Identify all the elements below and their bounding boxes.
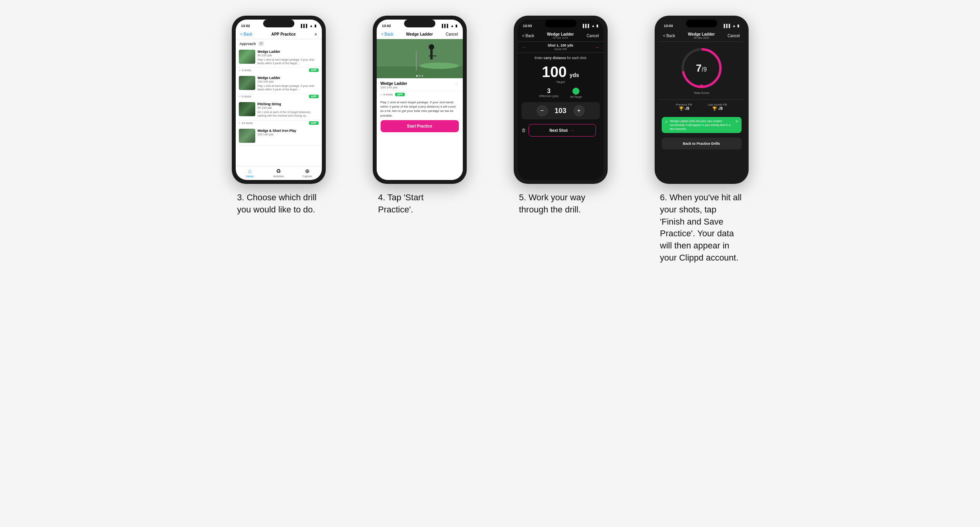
shot-stats: 3 Difference (yds) Hit Target [518, 85, 604, 101]
back-button-1[interactable]: < Back [240, 32, 253, 36]
drill-info-3: Pitching String 55-100 yds Hit 1 shot at… [258, 102, 319, 117]
shot-subtitle: Score 5/9 [548, 47, 574, 51]
toast-close-icon[interactable]: ✕ [735, 119, 738, 124]
wifi-icon-3: ▲ [592, 24, 595, 28]
drill-item-2[interactable]: Wedge Ladder 100-140 yds Play 1 shot at … [236, 74, 322, 94]
score-circle-container: 7/9 Total Score [659, 42, 745, 99]
start-practice-button[interactable]: Start Practice [381, 120, 459, 132]
phone-frame-1: 13:02 ▌▌▌ ▲ ▮ < Back APP Practice ≡ Appr… [232, 16, 326, 184]
drill-detail-header: Wedge Ladder 100-140 yds ☆ [377, 78, 463, 91]
svg-point-9 [700, 85, 703, 88]
score-main: 7/9 [696, 62, 707, 74]
home-label: Home [246, 175, 254, 178]
caption-2: 4. Tap 'Start Practice'. [377, 192, 463, 216]
drill-yds-4: 100-140 yds [258, 133, 319, 136]
activities-icon: ♻ [276, 168, 281, 174]
bottom-nav-activities[interactable]: ♻ Activities [264, 168, 293, 178]
caption-1: 3. Choose which drill you would like to … [236, 192, 322, 216]
drill-yds-1: 50-100 yds [258, 54, 319, 57]
capture-icon: ⊕ [305, 168, 310, 174]
toast-text: 'Wedge Ladder (100-140 yds)' was created… [670, 119, 733, 131]
nav-action-1[interactable]: ≡ [315, 32, 317, 36]
battery-icon-1: ▮ [314, 24, 316, 28]
bookmark-icon[interactable]: ☆ [455, 81, 459, 87]
phone-notch-2 [404, 20, 435, 27]
approach-label: Approach [240, 42, 256, 46]
nav-title-3: Wedge Ladder [547, 32, 574, 36]
drill-detail-footer: ○ 9 shots APP [377, 91, 463, 98]
phone-notch-3 [545, 20, 576, 27]
status-icons-3: ▌▌▌ ▲ ▮ [583, 24, 598, 28]
drill-info-4: Wedge & Short Iron Play 100-140 yds [258, 129, 319, 136]
nav-bar-1: < Back APP Practice ≡ [236, 31, 322, 39]
drill-item-4[interactable]: Wedge & Short Iron Play 100-140 yds [236, 126, 322, 146]
success-toast: ✓ 'Wedge Ladder (100-140 yds)' was creat… [662, 117, 742, 133]
target-display: 100 yds Target [518, 61, 604, 85]
drill-name-2: Wedge Ladder [258, 76, 319, 80]
drill-yds-2: 100-140 yds [258, 80, 319, 83]
screen3-content: ← Shot 1, 100 yds Score 5/9 → Enter carr… [518, 42, 604, 180]
drill-item-1[interactable]: Wedge Ladder 50-100 yds Play 1 shot at e… [236, 47, 322, 68]
nav-title-2: Wedge Ladder [406, 32, 433, 36]
caption-4: 6. When you've hit all your shots, tap '… [659, 192, 745, 264]
next-shot-label: Next Shot [549, 128, 568, 133]
signal-icon-3: ▌▌▌ [583, 24, 590, 28]
input-value: 103 [551, 107, 570, 115]
phone-frame-2: 13:02 ▌▌▌ ▲ ▮ < Back Wedge Ladder Cancel [373, 16, 467, 184]
bottom-nav-home[interactable]: ⌂ Home [236, 168, 264, 178]
drill-name-4: Wedge & Short Iron Play [258, 129, 319, 133]
delete-shot-icon[interactable]: 🗑 [522, 128, 526, 133]
drill-yds-3: 55-100 yds [258, 106, 319, 110]
nav-bar-2: < Back Wedge Ladder Cancel [377, 31, 463, 39]
cancel-button-2[interactable]: Cancel [446, 32, 458, 36]
drill-footer-1: ○ 9 shots APP [236, 68, 322, 74]
back-button-4[interactable]: < Back [663, 34, 675, 38]
caption-3: 5. Work your way through the drill. [518, 192, 604, 216]
drill-thumb-2 [239, 76, 255, 90]
phone-inner-4: 13:03 ▌▌▌ ▲ ▮ < Back Wedge Ladder 06 Mar… [659, 20, 745, 180]
decrement-button[interactable]: − [537, 105, 548, 116]
battery-icon-2: ▮ [455, 24, 457, 28]
nav-subtitle-4: 06 Mar 2023 [688, 36, 715, 39]
cancel-button-4[interactable]: Cancel [727, 34, 740, 38]
drill-detail-yds: 100-140 yds [381, 86, 408, 89]
back-button-3[interactable]: < Back [522, 34, 534, 38]
capture-label: Capture [302, 175, 312, 178]
drill-shots-label: ○ 9 shots [381, 93, 393, 96]
next-shot-button[interactable]: Next Shot → [529, 124, 596, 137]
success-icon: ✓ [665, 120, 668, 124]
increment-button[interactable]: + [574, 105, 585, 116]
shots-label-2: ○ 9 shots [239, 95, 251, 98]
next-shot-arrow[interactable]: → [594, 44, 600, 50]
svg-point-2 [420, 63, 459, 69]
score-text: 7/9 [696, 63, 707, 73]
shots-label-1: ○ 9 shots [239, 68, 251, 72]
target-unit: yds [570, 72, 579, 78]
wifi-icon-4: ▲ [733, 24, 736, 28]
back-to-drills-button[interactable]: Back to Practice Drills [662, 138, 742, 149]
phone-section-3: 13:03 ▌▌▌ ▲ ▮ < Back Wedge Ladder 06 Mar… [498, 16, 623, 216]
difference-label: Difference (yds) [539, 95, 558, 97]
drill-item-3[interactable]: Pitching String 55-100 yds Hit 1 shot at… [236, 100, 322, 120]
battery-icon-3: ▮ [596, 24, 598, 28]
screen1-content: Approach 7 Wedge Ladder 50-100 yds Play … [236, 39, 322, 166]
shot-nav: ← Shot 1, 100 yds Score 5/9 → [518, 42, 604, 53]
signal-icon-2: ▌▌▌ [442, 24, 449, 28]
phone-section-2: 13:02 ▌▌▌ ▲ ▮ < Back Wedge Ladder Cancel [357, 16, 482, 216]
carry-prompt: Enter carry distance for each shot [518, 53, 604, 61]
phone-notch-1 [263, 20, 294, 27]
hero-dot-1 [416, 75, 418, 77]
drill-info-2: Wedge Ladder 100-140 yds Play 1 shot at … [258, 76, 319, 91]
cancel-button-3[interactable]: Cancel [587, 34, 599, 38]
hit-target-stat: Hit Target [570, 88, 582, 98]
nav-subtitle-3: 06 Mar 2023 [547, 36, 574, 39]
nav-title-1: APP Practice [271, 32, 296, 36]
app-badge-1: APP [309, 68, 318, 72]
back-button-2[interactable]: < Back [381, 32, 393, 36]
prev-shot-arrow[interactable]: ← [522, 44, 527, 50]
phone-frame-4: 13:03 ▌▌▌ ▲ ▮ < Back Wedge Ladder 06 Mar… [655, 16, 749, 184]
home-icon: ⌂ [248, 168, 251, 174]
bottom-nav-capture[interactable]: ⊕ Capture [293, 168, 321, 178]
nav-title-4: Wedge Ladder [688, 32, 715, 36]
page-container: 13:02 ▌▌▌ ▲ ▮ < Back APP Practice ≡ Appr… [216, 16, 764, 264]
